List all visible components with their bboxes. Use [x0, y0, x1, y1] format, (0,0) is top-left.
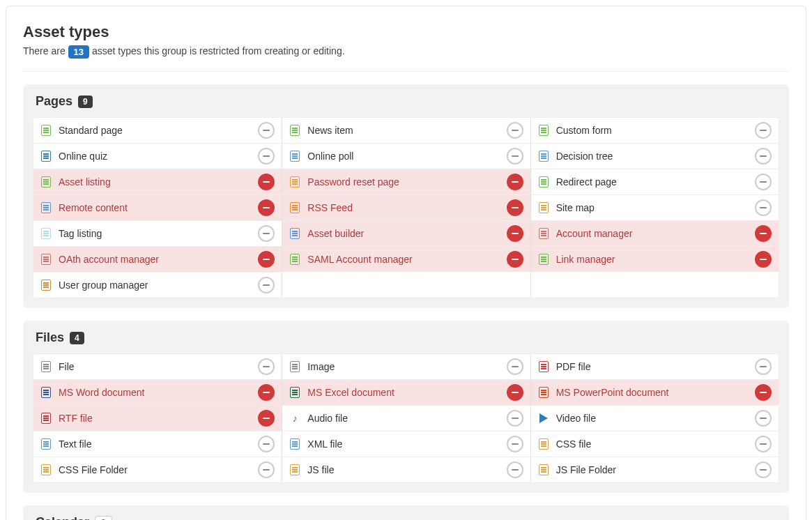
- remove-restriction-button[interactable]: [507, 251, 523, 268]
- add-restriction-button[interactable]: [755, 122, 772, 139]
- asset-type-row-tag-listing[interactable]: Tag listing: [33, 221, 282, 247]
- asset-type-row-pdf-file[interactable]: PDF file: [531, 354, 779, 380]
- row-left: News item: [289, 125, 353, 136]
- minus-icon: [760, 233, 767, 234]
- asset-type-row-oath-account-manager[interactable]: OAth account manager: [33, 247, 282, 273]
- asset-type-row-css-file[interactable]: CSS file: [531, 431, 779, 457]
- asset-type-row-online-quiz[interactable]: Online quiz: [33, 144, 282, 169]
- add-restriction-button[interactable]: [507, 148, 523, 165]
- section-header: Pages9: [36, 94, 779, 109]
- section-title: Pages: [36, 94, 72, 109]
- minus-icon: [760, 181, 767, 183]
- remove-restriction-button[interactable]: [507, 225, 523, 242]
- oauth-icon: [40, 254, 52, 265]
- add-restriction-button[interactable]: [755, 358, 772, 375]
- asset-type-row-css-file-folder[interactable]: CSS File Folder: [33, 457, 282, 482]
- asset-type-label: JS file: [307, 464, 334, 475]
- asset-type-row-online-poll[interactable]: Online poll: [282, 144, 530, 169]
- row-left: ♪Audio file: [289, 413, 348, 424]
- add-restriction-button[interactable]: [258, 225, 275, 242]
- remove-restriction-button[interactable]: [507, 384, 523, 401]
- remove-restriction-button[interactable]: [755, 251, 772, 268]
- asset-type-row-audio-file[interactable]: ♪Audio file: [282, 406, 530, 431]
- asset-type-row-link-manager[interactable]: Link manager: [531, 247, 779, 272]
- minus-icon: [760, 366, 767, 367]
- minus-icon: [512, 155, 519, 157]
- asset-type-row-ms-powerpoint-document[interactable]: MS PowerPoint document: [531, 380, 779, 406]
- asset-type-row-text-file[interactable]: Text file: [33, 431, 282, 457]
- asset-type-row-ms-word-document[interactable]: MS Word document: [33, 380, 282, 406]
- asset-type-row-js-file[interactable]: JS file: [282, 457, 530, 482]
- remove-restriction-button[interactable]: [258, 410, 275, 427]
- add-restriction-button[interactable]: [507, 461, 523, 478]
- add-restriction-button[interactable]: [258, 277, 275, 293]
- add-restriction-button[interactable]: [258, 436, 275, 452]
- asset-type-row-asset-listing[interactable]: Asset listing: [33, 169, 282, 195]
- asset-type-row-news-item[interactable]: News item: [282, 118, 530, 144]
- audio-icon: ♪: [289, 413, 300, 424]
- asset-type-row-password-reset-page[interactable]: Password reset page: [282, 169, 530, 195]
- asset-type-row-user-group-manager[interactable]: User group manager: [33, 273, 282, 298]
- add-restriction-button[interactable]: [258, 148, 275, 165]
- add-restriction-button[interactable]: [507, 436, 523, 452]
- asset-type-row-site-map[interactable]: Site map: [531, 195, 779, 221]
- minus-icon: [512, 233, 519, 234]
- add-restriction-button[interactable]: [755, 148, 772, 165]
- add-restriction-button[interactable]: [507, 358, 523, 375]
- add-restriction-button[interactable]: [755, 410, 772, 427]
- add-restriction-button[interactable]: [258, 122, 275, 139]
- section-title: Calendar: [36, 515, 89, 520]
- add-restriction-button[interactable]: [507, 410, 523, 427]
- row-left: Account manager: [538, 228, 633, 239]
- asset-type-row-custom-form[interactable]: Custom form: [531, 118, 779, 144]
- remove-restriction-button[interactable]: [258, 251, 275, 268]
- asset-type-row-standard-page[interactable]: Standard page: [33, 118, 282, 144]
- add-restriction-button[interactable]: [755, 199, 772, 216]
- asset-type-row-image[interactable]: Image: [282, 354, 530, 380]
- add-restriction-button[interactable]: [755, 461, 772, 478]
- asset-type-row-saml-account-manager[interactable]: SAML Account manager: [282, 247, 530, 272]
- row-left: XML file: [289, 438, 342, 450]
- minus-icon: [263, 284, 270, 286]
- excel-icon: [289, 387, 300, 398]
- asset-type-label: Online quiz: [59, 151, 107, 162]
- grid-column: News itemOnline pollPassword reset pageR…: [282, 118, 530, 298]
- row-left: RTF file: [40, 413, 93, 424]
- add-restriction-button[interactable]: [258, 461, 275, 478]
- minus-icon: [760, 418, 767, 419]
- quiz-icon: [40, 151, 52, 162]
- asset-type-row-xml-file[interactable]: XML file: [282, 431, 530, 457]
- asset-type-row-js-file-folder[interactable]: JS File Folder: [531, 457, 779, 482]
- remove-restriction-button[interactable]: [258, 199, 275, 216]
- asset-type-row-rtf-file[interactable]: RTF file: [33, 406, 282, 431]
- row-left: Online poll: [289, 151, 353, 162]
- minus-icon: [512, 418, 519, 419]
- asset-type-label: Decision tree: [556, 151, 613, 162]
- asset-type-row-redirect-page[interactable]: Redirect page: [531, 169, 779, 195]
- asset-type-label: Asset listing: [59, 176, 111, 188]
- add-restriction-button[interactable]: [258, 358, 275, 375]
- asset-type-row-account-manager[interactable]: Account manager: [531, 221, 779, 247]
- remove-restriction-button[interactable]: [507, 199, 523, 216]
- add-restriction-button[interactable]: [507, 122, 523, 139]
- asset-type-row-ms-excel-document[interactable]: MS Excel document: [282, 380, 530, 406]
- asset-type-row-video-file[interactable]: Video file: [531, 406, 779, 431]
- add-restriction-button[interactable]: [755, 436, 772, 452]
- add-restriction-button[interactable]: [755, 174, 772, 190]
- asset-type-row-file[interactable]: File: [33, 354, 282, 380]
- remove-restriction-button[interactable]: [258, 174, 275, 190]
- asset-type-row-rss-feed[interactable]: RSS Feed: [282, 195, 530, 221]
- asset-type-label: Site map: [556, 202, 595, 213]
- row-left: Online quiz: [40, 151, 107, 162]
- remove-restriction-button[interactable]: [755, 225, 772, 242]
- remove-restriction-button[interactable]: [755, 384, 772, 401]
- minus-icon: [760, 155, 767, 157]
- remove-restriction-button[interactable]: [258, 384, 275, 401]
- asset-type-row-remote-content[interactable]: Remote content: [33, 195, 282, 221]
- asset-type-row-asset-builder[interactable]: Asset builder: [282, 221, 530, 247]
- asset-type-label: Redirect page: [556, 176, 617, 188]
- asset-type-row-decision-tree[interactable]: Decision tree: [531, 144, 779, 169]
- account-mgr-icon: [538, 228, 549, 239]
- remove-restriction-button[interactable]: [507, 174, 523, 190]
- rtf-icon: [40, 413, 52, 424]
